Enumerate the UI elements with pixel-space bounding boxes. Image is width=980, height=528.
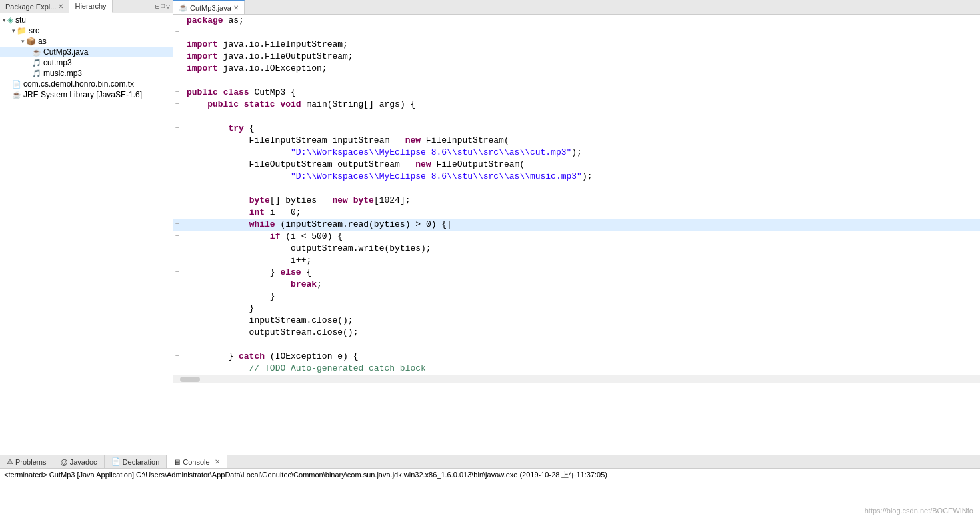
code-line-14: "D:\\Workspaces\\MyEclipse 8.6\\stu\\src… bbox=[173, 171, 980, 183]
jre-icon: ☕ bbox=[12, 91, 21, 99]
gutter-24 bbox=[173, 291, 181, 303]
gutter-23 bbox=[173, 279, 181, 291]
sidebar-maximize-icon[interactable]: □ bbox=[161, 3, 165, 10]
tab-problems[interactable]: ⚠ Problems bbox=[0, 455, 53, 468]
stu-label: stu bbox=[15, 15, 26, 25]
expand-icon-src: ▾ bbox=[12, 27, 15, 34]
gutter-1 bbox=[173, 15, 181, 27]
gutter-10: − bbox=[173, 123, 181, 135]
gutter-12 bbox=[173, 147, 181, 159]
tree-item-stu[interactable]: ▾ ◈ stu bbox=[0, 15, 173, 25]
gutter-3 bbox=[173, 39, 181, 51]
musicmp3-label: music.mp3 bbox=[43, 69, 82, 78]
code-content: package as; − import java.io.FileInputSt… bbox=[173, 15, 980, 375]
tab-declaration[interactable]: 📄 Declaration bbox=[105, 455, 167, 468]
fold-29[interactable]: − bbox=[175, 351, 179, 363]
editor-tabs: ☕ CutMp3.java ✕ bbox=[173, 0, 980, 15]
fold-2[interactable]: − bbox=[175, 27, 179, 39]
line-content-26: inputStream.close(); bbox=[181, 315, 353, 327]
editor-tab-icon: ☕ bbox=[179, 3, 188, 12]
fold-22[interactable]: − bbox=[175, 267, 179, 279]
code-line-7: − public class CutMp3 { bbox=[173, 87, 980, 99]
fold-18[interactable]: − bbox=[175, 219, 179, 231]
code-line-24: } bbox=[173, 291, 980, 303]
tab-hierarchy[interactable]: Hierarchy bbox=[69, 0, 112, 13]
gutter-30 bbox=[173, 363, 181, 375]
line-content-28 bbox=[181, 339, 192, 351]
code-line-11: FileInputStream inputStream = new FileIn… bbox=[173, 135, 980, 147]
declaration-label: Declaration bbox=[123, 458, 160, 466]
code-line-22: − } else { bbox=[173, 267, 980, 279]
problems-icon: ⚠ bbox=[7, 457, 13, 466]
tree-item-cutmp3[interactable]: ☕ CutMp3.java bbox=[0, 47, 173, 57]
code-line-6 bbox=[173, 75, 980, 87]
fold-19[interactable]: − bbox=[175, 231, 179, 243]
tab-package-explorer[interactable]: Package Expl... ✕ bbox=[0, 0, 69, 13]
comcs-icon: 📄 bbox=[12, 80, 21, 89]
tree-item-musicmp3[interactable]: 🎵 music.mp3 bbox=[0, 68, 173, 79]
code-line-21: i++; bbox=[173, 255, 980, 267]
as-icon: 📦 bbox=[26, 37, 36, 46]
code-line-12: "D:\\Workspaces\\MyEclipse 8.6\\stu\\src… bbox=[173, 147, 980, 159]
gutter-6 bbox=[173, 75, 181, 87]
tab-console[interactable]: 🖥 Console ✕ bbox=[167, 455, 227, 468]
line-content-1: package as; bbox=[181, 15, 244, 27]
tree-item-jre[interactable]: ☕ JRE System Library [JavaSE-1.6] bbox=[0, 89, 173, 100]
console-icon: 🖥 bbox=[173, 458, 181, 466]
tree-item-cutmp3-file[interactable]: 🎵 cut.mp3 bbox=[0, 57, 173, 68]
gutter-13 bbox=[173, 159, 181, 171]
editor-tab-cutmp3[interactable]: ☕ CutMp3.java ✕ bbox=[173, 0, 245, 14]
gutter-8: − bbox=[173, 99, 181, 111]
gutter-5 bbox=[173, 63, 181, 75]
fold-10[interactable]: − bbox=[175, 123, 179, 135]
editor-tab-close[interactable]: ✕ bbox=[233, 4, 239, 11]
code-line-13: FileOutputStream outputStream = new File… bbox=[173, 159, 980, 171]
gutter-21 bbox=[173, 255, 181, 267]
gutter-7: − bbox=[173, 87, 181, 99]
line-content-14: "D:\\Workspaces\\MyEclipse 8.6\\stu\\src… bbox=[181, 171, 593, 183]
fold-7[interactable]: − bbox=[175, 87, 179, 99]
line-content-30: // TODO Auto-generated catch block bbox=[181, 363, 426, 375]
line-content-22: } else { bbox=[181, 267, 311, 279]
expand-icon-as: ▾ bbox=[21, 38, 25, 45]
problems-label: Problems bbox=[15, 458, 46, 466]
gutter-27 bbox=[173, 327, 181, 339]
code-container[interactable]: package as; − import java.io.FileInputSt… bbox=[173, 15, 980, 455]
stu-icon: ◈ bbox=[7, 15, 13, 25]
console-label: Console bbox=[183, 458, 209, 466]
code-line-15 bbox=[173, 183, 980, 195]
code-line-16: byte[] byties = new byte[1024]; bbox=[173, 195, 980, 207]
tree-item-src[interactable]: ▾ 📁 src bbox=[0, 25, 173, 36]
code-line-20: outputStream.write(byties); bbox=[173, 243, 980, 255]
sidebar-restore-icon[interactable]: ▽ bbox=[166, 3, 170, 11]
cutmp3-icon: ☕ bbox=[32, 48, 41, 57]
code-line-3: import java.io.FileInputStream; bbox=[173, 39, 980, 51]
tree-item-comcs[interactable]: 📄 com.cs.demol.honro.bin.com.tx bbox=[0, 79, 173, 89]
main-container: Package Expl... ✕ Hierarchy ⊟ □ ▽ ▾ ◈ st… bbox=[0, 0, 980, 455]
tree-item-as[interactable]: ▾ 📦 as bbox=[0, 36, 173, 47]
expand-icon-stu: ▾ bbox=[3, 17, 6, 23]
fold-8[interactable]: − bbox=[175, 99, 179, 111]
gutter-20 bbox=[173, 243, 181, 255]
line-content-13: FileOutputStream outputStream = new File… bbox=[181, 159, 525, 171]
line-content-23: break; bbox=[181, 279, 322, 291]
code-line-29: − } catch (IOException e) { bbox=[173, 351, 980, 363]
console-text: <terminated> CutMp3 [Java Application] C… bbox=[4, 471, 607, 479]
editor-tab-label: CutMp3.java bbox=[190, 4, 231, 12]
tab-javadoc[interactable]: @ Javadoc bbox=[53, 455, 104, 468]
line-content-15 bbox=[181, 183, 192, 195]
code-line-4: import java.io.FileOutputStream; bbox=[173, 51, 980, 63]
gutter-25 bbox=[173, 303, 181, 315]
console-output: <terminated> CutMp3 [Java Application] C… bbox=[0, 469, 980, 528]
line-content-24: } bbox=[181, 291, 275, 303]
sidebar-minimize-icon[interactable]: ⊟ bbox=[155, 3, 159, 11]
close-package-explorer[interactable]: ✕ bbox=[58, 3, 63, 10]
line-content-6 bbox=[181, 75, 192, 87]
console-close[interactable]: ✕ bbox=[215, 458, 220, 465]
musicmp3-icon: 🎵 bbox=[32, 69, 41, 78]
gutter-26 bbox=[173, 315, 181, 327]
gutter-9 bbox=[173, 111, 181, 123]
line-content-10: try { bbox=[181, 123, 254, 135]
sidebar-tabs: Package Expl... ✕ Hierarchy ⊟ □ ▽ bbox=[0, 0, 173, 13]
horizontal-scrollbar[interactable] bbox=[173, 375, 980, 383]
